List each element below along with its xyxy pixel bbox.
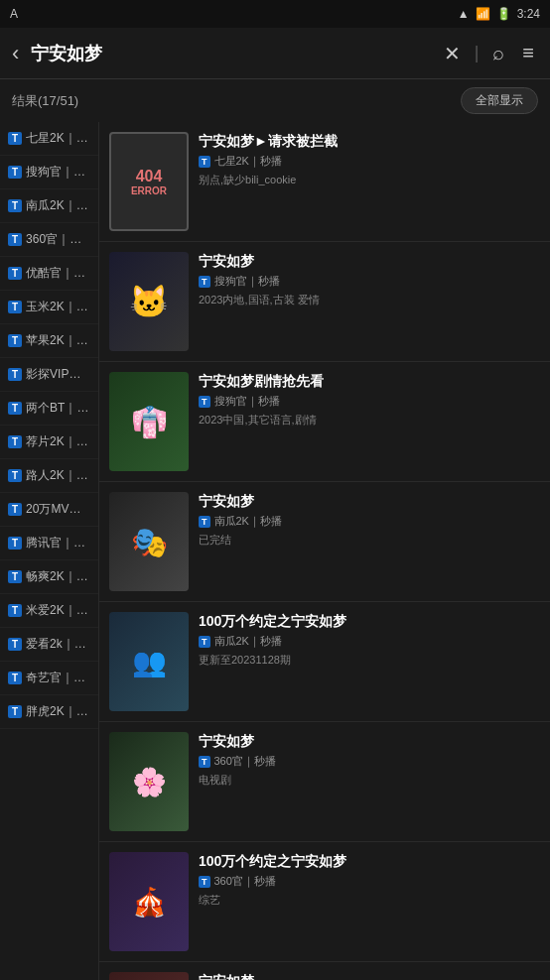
content-title: 宁安如梦 [199,492,540,510]
sidebar-item[interactable]: T荐片2K｜秒... [0,426,98,459]
list-item[interactable]: 🎭 宁安如梦 T 南瓜2K｜秒播 已完结 [99,482,550,602]
list-item[interactable]: 🐱 宁安如梦 T 搜狗官｜秒播 2023内地,国语,古装 爱情 [99,242,550,362]
content-title: 100万个约定之宁安如梦 [199,852,540,870]
list-item[interactable]: 🎪 100万个约定之宁安如梦 T 360官｜秒播 综艺 [99,842,550,962]
thumbnail: 🏯 [109,972,189,980]
sidebar-item-text: 搜狗官｜秒... [26,164,90,181]
content-title: 宁安如梦 [199,732,540,750]
source-badge: T [199,156,210,168]
content-info: 宁安如梦 T 搜狗官｜秒播 2023内地,国语,古装 爱情 [199,252,540,351]
source-badge: T [199,636,210,648]
t-badge: T [8,672,22,684]
t-badge: T [8,604,22,617]
signal-icon: 📶 [476,7,490,21]
header-divider: | [475,43,480,63]
content-title: 宁安如梦 [199,252,540,270]
sidebar-item[interactable]: T玉米2K｜秒... [0,291,98,324]
sidebar-item-text: 路人2K｜秒... [26,467,90,484]
t-badge: T [8,570,22,583]
source-text: 七星2K｜秒播 [214,154,282,169]
t-badge: T [8,334,22,347]
sidebar-item-text: 优酷官｜秒... [26,265,90,282]
sidebar-item-text: 20万MV｜... [26,501,90,518]
source-text: 搜狗官｜秒播 [214,394,280,409]
sidebar-item[interactable]: T胖虎2K｜影... [0,695,98,729]
source-text: 360官｜秒播 [214,874,276,889]
sidebar-item[interactable]: T优酷官｜秒... [0,257,98,291]
sidebar-item[interactable]: T搜狗官｜秒... [0,156,98,189]
sidebar-item[interactable]: T七星2K｜秒... [0,122,98,156]
t-badge: T [8,301,22,313]
sidebar-item[interactable]: T20万MV｜... [0,493,98,527]
content-status: 已完结 [199,533,540,548]
sidebar-item-text: 影探VIP影视 [26,366,90,383]
sidebar-item[interactable]: T影探VIP影视 [0,358,98,392]
t-badge: T [8,503,22,516]
sidebar-item[interactable]: T畅爽2K｜秒... [0,560,98,594]
list-item[interactable]: 👘 宁安如梦剧情抢先看 T 搜狗官｜秒播 2023中国,其它语言,剧情 [99,362,550,482]
sidebar-item[interactable]: T路人2K｜秒... [0,459,98,493]
list-item[interactable]: 404 ERROR 宁安如梦►请求被拦截 T 七星2K｜秒播 别点,缺少bili… [99,122,550,242]
sidebar-item-text: 奇艺官｜秒... [26,670,90,686]
search-button[interactable]: ⌕ [488,38,508,68]
source-badge: T [199,516,210,528]
main-container: T七星2K｜秒...T搜狗官｜秒...T南瓜2K｜秒...T360官｜秒...T… [0,122,550,980]
close-button[interactable]: ✕ [440,38,465,69]
source-text: 南瓜2K｜秒播 [214,634,282,649]
t-badge: T [8,537,22,550]
thumbnail: 👘 [109,372,189,471]
page-title: 宁安如梦 [31,42,439,65]
sidebar-item[interactable]: T爱看2k｜秒... [0,628,98,662]
sidebar-item[interactable]: T苹果2K｜秒... [0,324,98,358]
content-title: 宁安如梦剧情抢先看 [199,372,540,390]
status-right: ▲ 📶 🔋 3:24 [458,7,540,21]
sidebar-item[interactable]: T奇艺官｜秒... [0,662,98,695]
time-display: 3:24 [517,7,540,21]
sidebar-item[interactable]: T米爱2K｜影... [0,594,98,628]
content-source: T 南瓜2K｜秒播 [199,514,540,529]
t-badge: T [8,435,22,448]
sidebar-item-text: 畅爽2K｜秒... [26,568,90,585]
content-status: 电视剧 [199,773,540,788]
sidebar-item-text: 爱看2k｜秒... [26,636,90,653]
t-badge: T [8,233,22,246]
content-info: 100万个约定之宁安如梦 T 南瓜2K｜秒播 更新至20231128期 [199,612,540,711]
sidebar-item-text: 腾讯官｜秒... [26,535,90,551]
sidebar-item[interactable]: T360官｜秒... [0,223,98,257]
results-bar: 结果(17/51) 全部显示 [0,79,550,122]
show-all-button[interactable]: 全部显示 [461,87,538,114]
content-title: 宁安如梦 [199,972,540,980]
sidebar-item-text: 玉米2K｜秒... [26,299,90,315]
source-text: 360官｜秒播 [214,754,276,769]
thumbnail: 👥 [109,612,189,711]
content-source: T 360官｜秒播 [199,874,540,889]
sidebar-item[interactable]: T腾讯官｜秒... [0,527,98,560]
status-bar: A ▲ 📶 🔋 3:24 [0,0,550,28]
source-badge: T [199,756,210,768]
list-item[interactable]: 🏯 宁安如梦 T 优酷官｜秒播 更新至38集 [99,962,550,980]
content-info: 宁安如梦剧情抢先看 T 搜狗官｜秒播 2023中国,其它语言,剧情 [199,372,540,471]
thumbnail: 🐱 [109,252,189,351]
list-item[interactable]: 🌸 宁安如梦 T 360官｜秒播 电视剧 [99,722,550,842]
source-badge: T [199,276,210,288]
header-icons: ✕ | ⌕ ≡ [440,38,538,69]
sidebar-item-text: 两个BT｜秒... [26,400,90,417]
content-info: 宁安如梦 T 南瓜2K｜秒播 已完结 [199,492,540,591]
back-button[interactable]: ‹ [12,41,19,66]
t-badge: T [8,638,22,651]
t-badge: T [8,705,22,718]
thumbnail: 🎭 [109,492,189,591]
content-source: T 搜狗官｜秒播 [199,394,540,409]
content-list: 404 ERROR 宁安如梦►请求被拦截 T 七星2K｜秒播 别点,缺少bili… [99,122,550,980]
thumbnail-404: 404 ERROR [109,132,189,231]
sidebar-item[interactable]: T两个BT｜秒... [0,392,98,426]
sidebar-item-text: 荐片2K｜秒... [26,433,90,450]
sidebar-item[interactable]: T南瓜2K｜秒... [0,189,98,223]
content-info: 宁安如梦 T 360官｜秒播 电视剧 [199,732,540,831]
content-info: 宁安如梦 T 优酷官｜秒播 更新至38集 [199,972,540,980]
source-text: 南瓜2K｜秒播 [214,514,282,529]
source-badge: T [199,396,210,408]
list-item[interactable]: 👥 100万个约定之宁安如梦 T 南瓜2K｜秒播 更新至20231128期 [99,602,550,722]
filter-button[interactable]: ≡ [518,38,538,68]
content-meta: 别点,缺少bili_cookie [199,173,540,187]
